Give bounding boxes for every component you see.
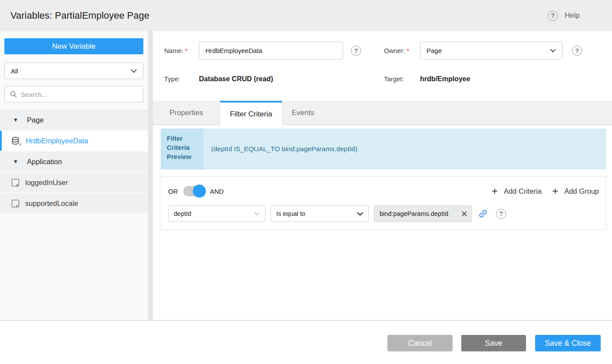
- chevron-down-icon: [254, 212, 260, 215]
- save-button[interactable]: Save: [461, 335, 526, 351]
- plus-icon: +: [552, 187, 558, 195]
- filter-criteria-preview-label: Filter Criteria Preview: [161, 129, 203, 169]
- filter-criteria-preview-value: (deptId IS_EQUAL_TO bind:pageParams.dept…: [203, 129, 606, 169]
- tab-properties[interactable]: Properties: [153, 101, 220, 125]
- criteria-toolbar: OR AND + Add Criteria + Add Group: [168, 185, 599, 198]
- condition-select-value: Is equal to: [276, 210, 305, 217]
- variable-type-filter-select[interactable]: All: [4, 63, 143, 79]
- detail-tabs: Properties Filter Criteria Events: [153, 101, 612, 125]
- tab-events[interactable]: Events: [282, 101, 324, 125]
- remove-binding-icon[interactable]: ✕: [460, 210, 469, 218]
- add-group-label: Add Group: [564, 187, 599, 195]
- add-criteria-label: Add Criteria: [504, 187, 542, 195]
- cancel-button[interactable]: Cancel: [387, 335, 453, 351]
- search-input[interactable]: [21, 91, 138, 98]
- variables-tree: ▼ Page x HrdbEmployeeData ▼ Application …: [0, 110, 148, 214]
- tab-filter-criteria[interactable]: Filter Criteria: [220, 101, 282, 126]
- owner-label: Owner:*: [384, 42, 409, 60]
- help-question-icon: ?: [548, 11, 558, 21]
- help-button[interactable]: ? Help: [548, 0, 580, 31]
- sidebar-divider: [148, 31, 153, 320]
- triangle-down-icon: ▼: [13, 159, 19, 165]
- or-label: OR: [168, 188, 178, 195]
- target-label: Target:: [384, 74, 404, 84]
- name-help-icon[interactable]: ?: [351, 46, 361, 56]
- required-asterisk: *: [185, 47, 188, 54]
- filter-criteria-preview: Filter Criteria Preview (deptId IS_EQUAL…: [161, 129, 606, 169]
- bound-value-chip[interactable]: bind:pageParams.deptId ✕: [374, 205, 472, 222]
- required-asterisk: *: [407, 47, 409, 54]
- tree-item-label: supportedLocale: [25, 199, 78, 208]
- variables-dialog: Variables: PartialEmployee Page ? Help N…: [0, 0, 612, 364]
- tree-group-application[interactable]: ▼ Application: [0, 152, 148, 172]
- link-icon: [476, 206, 490, 221]
- owner-help-icon[interactable]: ?: [572, 46, 582, 56]
- bound-value-text: bind:pageParams.deptId: [380, 210, 460, 217]
- tree-item-hrdbemployeedata[interactable]: x HrdbEmployeeData: [0, 131, 148, 151]
- help-label: Help: [565, 11, 580, 20]
- chevron-down-icon: [357, 212, 363, 216]
- new-variable-button[interactable]: New Variable: [4, 38, 143, 54]
- variable-search-box[interactable]: [4, 86, 143, 103]
- chevron-down-icon: [131, 69, 137, 73]
- triangle-down-icon: ▼: [13, 117, 19, 123]
- static-variable-icon: x: [12, 179, 19, 186]
- tree-item-supportedlocale[interactable]: x supportedLocale: [0, 193, 148, 213]
- tree-item-loggedinuser[interactable]: x loggedInUser: [0, 172, 148, 192]
- database-icon: x: [12, 137, 20, 145]
- tree-group-label: Application: [27, 158, 62, 166]
- target-value: hrdb/Employee: [420, 74, 470, 84]
- toggle-knob: [193, 185, 206, 198]
- or-and-toggle[interactable]: [183, 186, 204, 196]
- tree-group-label: Page: [27, 116, 44, 124]
- add-criteria-button[interactable]: + Add Criteria: [492, 187, 542, 195]
- dialog-footer: Cancel Save Save & Close: [0, 321, 612, 364]
- field-select[interactable]: deptId: [168, 205, 265, 222]
- name-input[interactable]: [199, 42, 343, 60]
- criteria-row: deptId Is equal to bind:pageParams.deptI…: [168, 205, 506, 222]
- field-select-value: deptId: [174, 210, 191, 217]
- tree-item-label: HrdbEmployeeData: [26, 137, 88, 145]
- variable-detail-panel: Name:* ? Owner:* Page ? Type: Database C…: [153, 31, 612, 320]
- save-and-close-button[interactable]: Save & Close: [535, 335, 601, 351]
- owner-select[interactable]: Page: [420, 42, 562, 60]
- criteria-actions: + Add Criteria + Add Group: [492, 187, 599, 195]
- tree-item-label: loggedInUser: [25, 179, 68, 187]
- variable-x-glyph: x: [20, 142, 21, 146]
- condition-select[interactable]: Is equal to: [271, 205, 369, 222]
- variables-sidebar: New Variable All ▼ Page x HrdbEmployeeDa…: [0, 31, 148, 320]
- plus-icon: +: [492, 187, 498, 195]
- type-value: Database CRUD (read): [199, 74, 273, 84]
- criteria-editor: OR AND + Add Criteria + Add Group deptI: [161, 176, 606, 230]
- static-variable-icon: x: [12, 200, 19, 207]
- bind-link-button[interactable]: [478, 208, 488, 219]
- add-group-button[interactable]: + Add Group: [552, 187, 599, 195]
- and-label: AND: [210, 188, 224, 195]
- dialog-header: Variables: PartialEmployee Page ? Help: [0, 0, 612, 31]
- owner-select-value: Page: [427, 47, 442, 54]
- tree-group-page[interactable]: ▼ Page: [0, 110, 148, 130]
- name-label: Name:*: [164, 42, 188, 60]
- search-icon: [10, 91, 17, 98]
- page-title: Variables: PartialEmployee Page: [10, 0, 149, 31]
- chevron-down-icon: [550, 49, 556, 53]
- type-label: Type:: [164, 74, 180, 84]
- variable-type-filter-value: All: [11, 67, 18, 75]
- criteria-help-icon[interactable]: ?: [496, 209, 506, 219]
